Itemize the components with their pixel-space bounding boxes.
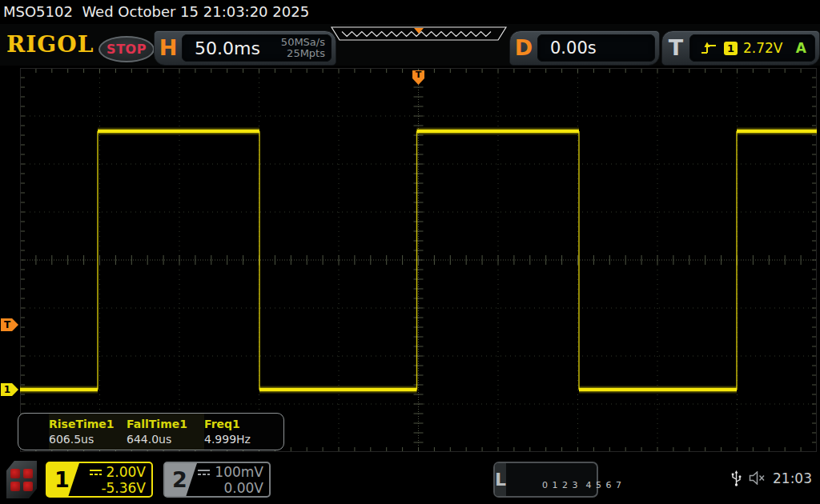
function-menu-button[interactable] bbox=[6, 461, 37, 498]
speaker-muted-icon bbox=[749, 471, 766, 485]
rising-edge-icon bbox=[701, 41, 717, 55]
graticule-and-waveform bbox=[20, 68, 817, 452]
measurement-label: FallTime1 bbox=[127, 418, 204, 430]
digital-channel-numbers: 0 1 2 3 4 5 6 7 8 9 1011 12131415 bbox=[506, 463, 642, 496]
channel-1-scale: 2.00V bbox=[107, 464, 146, 480]
measurement-item[interactable]: Freq1 4.999Hz bbox=[204, 414, 282, 450]
measurement-item[interactable]: FallTime1 644.0us bbox=[127, 414, 204, 450]
waveform-display[interactable]: T T 1 RiseTime1 606.5us FallTime1 644.0u… bbox=[0, 66, 820, 456]
measurement-value: 644.0us bbox=[127, 433, 204, 446]
channel-1-box[interactable]: 1 2.00V -5.36V bbox=[46, 462, 153, 498]
rigol-logo: RIGOL bbox=[6, 31, 94, 58]
header-bar: RIGOL STOP H 50.0ms 50MSa/s 25Mpts Measu… bbox=[0, 24, 820, 66]
menu-grid-icon bbox=[23, 469, 33, 478]
dc-coupling-icon bbox=[89, 468, 102, 477]
trigger-source-badge: 1 bbox=[724, 42, 738, 55]
channel-1-tab[interactable]: 1 bbox=[47, 463, 79, 496]
logic-label: L bbox=[495, 463, 506, 496]
channel-1-readout: 2.00V -5.36V bbox=[89, 464, 146, 496]
measurement-item[interactable]: RiseTime1 606.5us bbox=[49, 414, 127, 450]
digital-row-1: 0 1 2 3 4 5 6 7 bbox=[542, 480, 622, 490]
oscilloscope-screen: MSO5102 Wed October 15 21:03:20 2025 RIG… bbox=[0, 0, 820, 504]
channel-2-box[interactable]: 2 100mV 0.00V bbox=[163, 462, 271, 498]
dc-coupling-icon bbox=[197, 468, 211, 477]
trigger-label: T bbox=[662, 32, 689, 64]
measurement-label: Freq1 bbox=[204, 418, 282, 430]
run-state-label: STOP bbox=[107, 42, 147, 57]
timebase-value: 50.0ms bbox=[195, 38, 260, 58]
delay-panel[interactable]: D 0.00s bbox=[509, 30, 660, 66]
status-cluster: 21:03 bbox=[731, 470, 812, 486]
menu-grid-icon bbox=[23, 482, 33, 491]
delay-label: D bbox=[510, 32, 537, 64]
channel-2-tab[interactable]: 2 bbox=[165, 463, 197, 496]
ch1-ground-marker[interactable]: 1 bbox=[1, 383, 18, 396]
clock-text: 21:03 bbox=[773, 470, 812, 486]
channel-1-offset: -5.36V bbox=[89, 480, 146, 496]
usb-icon bbox=[731, 470, 742, 486]
measurement-value: 4.999Hz bbox=[204, 433, 282, 446]
menu-grid-icon bbox=[10, 482, 20, 491]
trigger-sweep-mode: A bbox=[796, 40, 806, 56]
delay-box[interactable]: 0.00s bbox=[537, 34, 655, 62]
trigger-panel[interactable]: T 1 2.72V A bbox=[661, 30, 820, 66]
measurement-label: RiseTime1 bbox=[49, 418, 127, 430]
timebase-box[interactable]: 50.0ms 50MSa/s 25Mpts bbox=[182, 34, 332, 62]
graticule-grid bbox=[20, 68, 817, 452]
acquisition-info: 50MSa/s 25Mpts bbox=[281, 37, 325, 59]
menu-grid-icon bbox=[10, 469, 20, 478]
trigger-box[interactable]: 1 2.72V A bbox=[689, 34, 815, 62]
trigger-level-marker[interactable]: T bbox=[1, 318, 18, 331]
horizontal-label: H bbox=[155, 32, 182, 64]
sample-rate: 50MSa/s bbox=[281, 37, 325, 48]
system-status-text: MSO5102 Wed October 15 21:03:20 2025 bbox=[3, 3, 309, 20]
digital-channels-box[interactable]: L 0 1 2 3 4 5 6 7 8 9 1011 12131415 bbox=[493, 462, 598, 498]
memory-waveform-bar[interactable] bbox=[331, 26, 507, 42]
channel-2-scale: 100mV bbox=[215, 464, 263, 480]
trigger-level-value: 2.72V bbox=[743, 40, 782, 56]
measurement-value: 606.5us bbox=[49, 433, 127, 446]
delay-value: 0.00s bbox=[550, 38, 597, 58]
measurement-results-box[interactable]: RiseTime1 606.5us FallTime1 644.0us Freq… bbox=[18, 413, 284, 450]
horizontal-panel[interactable]: H 50.0ms 50MSa/s 25Mpts bbox=[154, 30, 336, 66]
run-state-badge: STOP bbox=[98, 36, 155, 62]
memory-depth: 25Mpts bbox=[281, 48, 325, 59]
channel-2-offset: 0.00V bbox=[197, 480, 263, 496]
title-bar: MSO5102 Wed October 15 21:03:20 2025 bbox=[0, 0, 820, 24]
bottom-bar: 1 2.00V -5.36V 2 bbox=[0, 456, 820, 504]
channel-2-readout: 100mV 0.00V bbox=[197, 464, 263, 496]
